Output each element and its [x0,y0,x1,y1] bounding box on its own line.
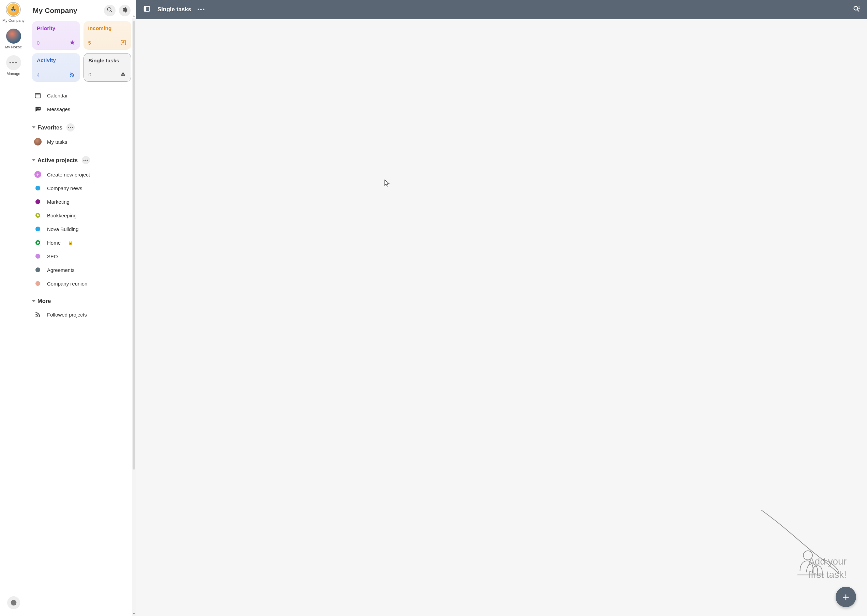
project-label: SEO [47,253,58,259]
tile-priority-count: 0 [37,40,39,46]
svg-point-7 [37,108,38,109]
project-label: Company reunion [47,281,87,286]
rail-nozbe[interactable]: My Nozbe [5,28,22,49]
toggle-sidebar-button[interactable] [142,5,151,14]
add-task-fab[interactable]: + [836,587,856,607]
rail-manage[interactable]: ••• Manage [6,55,21,75]
ellipsis-icon: ••• [6,55,21,70]
section-active-projects: Active projects ••• + Create new project… [31,155,132,290]
project-label: Home [47,240,61,246]
project-label: Bookkeeping [47,212,77,218]
topbar-more-button[interactable]: ••• [197,6,205,13]
rail-company-label: My Company [2,19,25,22]
scroll-up-icon[interactable] [132,14,136,19]
create-project[interactable]: + Create new project [31,168,132,181]
menu-followed-projects[interactable]: Followed projects [31,308,132,321]
topbar-search-filter-button[interactable] [852,5,861,14]
project-item[interactable]: Agreements [31,263,132,277]
project-color-icon [35,199,40,204]
section-more: More Followed projects [31,296,132,321]
caret-down-icon[interactable] [32,159,35,161]
favorites-title: Favorites [38,124,62,131]
caret-down-icon[interactable] [32,300,35,302]
company-logo-icon [6,2,21,17]
pointing-hand-icon [765,507,843,585]
svg-point-8 [38,108,38,109]
tile-incoming[interactable]: Incoming 5 [83,21,132,50]
rail-nozbe-label: My Nozbe [5,45,22,49]
svg-point-5 [122,72,124,74]
tile-incoming-title: Incoming [88,25,127,31]
rail-world[interactable] [7,596,20,609]
active-more-button[interactable]: ••• [82,156,90,164]
project-label: Company news [47,185,82,191]
sidebar-scrollbar[interactable] [132,19,136,616]
section-favorites: Favorites ••• My tasks [31,122,132,149]
topbar-title: Single tasks [157,6,191,13]
svg-point-14 [803,551,812,560]
tile-activity[interactable]: Activity 4 [32,53,80,82]
tile-activity-title: Activity [37,57,76,63]
favorite-my-tasks-label: My tasks [47,139,67,145]
gear-icon [122,7,128,14]
svg-point-2 [70,75,71,77]
cluster-icon [120,71,126,77]
rail-company[interactable]: My Company [2,2,25,22]
svg-rect-6 [35,93,41,98]
project-item[interactable]: Company news [31,181,132,195]
settings-button[interactable] [119,5,131,16]
project-color-icon [35,240,40,245]
favorites-more-button[interactable]: ••• [66,123,75,132]
scroll-thumb[interactable] [132,21,135,470]
nozbe-logo-icon [6,28,21,44]
svg-rect-12 [144,6,146,12]
project-color-icon [35,226,40,231]
project-item[interactable]: Home🔒 [31,236,132,250]
inbox-download-icon [120,39,126,46]
project-label: Agreements [47,267,75,273]
tile-single-title: Single tasks [89,58,126,64]
svg-point-10 [35,316,37,317]
project-item[interactable]: SEO [31,250,132,263]
sidebar: My Company Priority [27,0,136,616]
star-icon [69,39,76,46]
svg-point-4 [123,74,125,76]
project-item[interactable]: Marketing [31,195,132,209]
project-color-icon [35,267,40,272]
globe-icon [7,596,20,609]
create-project-label: Create new project [47,172,90,178]
tile-activity-count: 4 [37,72,39,78]
search-filter-icon [853,5,860,14]
favorite-my-tasks[interactable]: My tasks [31,135,132,149]
tile-single-count: 0 [89,72,91,77]
menu-calendar[interactable]: Calendar [31,89,132,102]
rss-icon [69,72,76,78]
followed-label: Followed projects [47,312,87,317]
project-color-icon [35,213,40,218]
svg-point-3 [121,74,123,76]
caret-down-icon[interactable] [32,126,35,129]
tile-single-tasks[interactable]: Single tasks 0 [83,53,132,82]
project-color-icon [35,186,40,190]
project-item[interactable]: Company reunion [31,277,132,290]
project-label: Nova Building [47,226,79,232]
plus-icon: + [842,591,849,604]
search-button[interactable] [104,5,115,16]
svg-point-9 [39,108,39,109]
menu-messages-label: Messages [47,106,70,112]
rss-icon [34,311,42,318]
project-item[interactable]: Bookkeeping [31,209,132,222]
project-label: Marketing [47,199,69,205]
more-title: More [38,298,51,304]
menu-messages[interactable]: Messages [31,102,132,116]
lock-icon: 🔒 [68,240,73,245]
main-area: Single tasks ••• Add your first task! [136,0,867,616]
active-title: Active projects [38,157,78,163]
topbar: Single tasks ••• [136,0,867,19]
mouse-cursor-icon [384,179,390,187]
scroll-down-icon[interactable] [132,611,136,616]
panel-toggle-icon [143,5,151,14]
tile-priority[interactable]: Priority 0 [32,21,80,50]
project-item[interactable]: Nova Building [31,222,132,236]
calendar-icon [34,92,42,99]
